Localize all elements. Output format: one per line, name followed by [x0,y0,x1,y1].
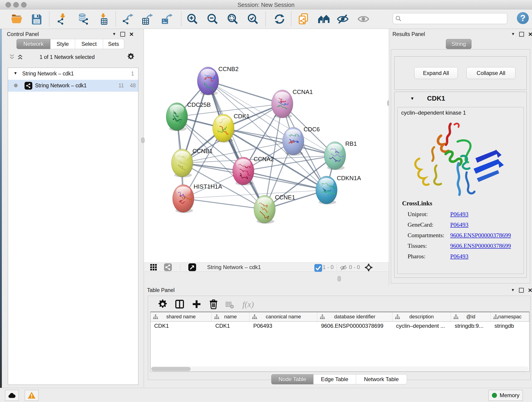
expand-all-networks-icon[interactable] [17,54,23,60]
string-results-container: Expand All Collapse All ▼ CDK1 cyclin–de… [391,49,530,283]
table-cell[interactable]: CDK1 [151,322,212,330]
collapse-all-networks-icon[interactable] [9,54,15,60]
network-view-title: String Network – cdk1 [207,264,261,270]
tab-style[interactable]: Style [51,39,75,49]
scrollbar-thumb[interactable] [151,367,191,371]
network-collection-row[interactable]: ▼ String Network – cdk1 1 [8,68,138,80]
panel-float-icon[interactable] [120,32,125,37]
tab-network[interactable]: Network [17,39,51,49]
gene-collapse-caret-icon[interactable]: ▼ [410,96,414,101]
zoom-out-button[interactable] [206,13,219,26]
zoom-fit-icon [227,13,239,25]
network-row-selected[interactable]: String Network – cdk1 11 48 [8,80,138,92]
tab-network-table[interactable]: Network Table [356,374,407,384]
network-canvas[interactable]: CCNB2CCNA1CDC25BCDK1CDC6RB1CCNB1CCNA2CDK… [144,29,389,262]
network-node-RB1[interactable]: RB1 [324,140,357,170]
network-node-HIST1H1A[interactable]: HIST1H1A [172,183,222,213]
memory-button[interactable]: Memory [488,390,523,401]
network-share-icon[interactable] [164,263,172,271]
table-horizontal-scrollbar[interactable] [151,366,529,371]
export-network-button[interactable] [121,13,134,26]
network-node-CCNA2[interactable]: CCNA2 [233,156,274,185]
first-neighbors-button[interactable] [317,13,331,26]
column-header--id[interactable]: @id [451,312,491,321]
search-input[interactable] [404,15,505,22]
save-session-button[interactable] [30,13,43,26]
show-columns-icon[interactable] [175,299,185,309]
crosslink-link[interactable]: 9606.ENSP00000378699 [450,232,511,239]
column-header-database-identifier[interactable]: database identifier [317,312,393,321]
clone-network-button[interactable] [297,13,310,26]
panel-menu-icon[interactable]: ▼ [511,288,515,293]
hide-selected-button[interactable] [336,13,349,26]
import-table-button[interactable] [97,13,110,26]
table-cell[interactable]: P06493 [249,322,317,330]
network-node-CCNB1[interactable]: CCNB1 [171,148,213,177]
tab-sets[interactable]: Sets [103,39,124,49]
gene-header-row[interactable]: ▼ CDK1 [394,92,526,107]
delete-column-trash-icon[interactable] [209,299,219,309]
column-header-description[interactable]: description [393,312,451,321]
tab-edge-table[interactable]: Edge Table [313,374,356,384]
table-cell[interactable]: CDK1 [212,322,250,330]
export-network-icon [122,13,134,25]
open-file-button[interactable] [11,13,23,26]
table-cell[interactable]: 9606.ENSP00000378699 [317,322,393,330]
network-node-CDK1[interactable]: CDK1 [213,113,249,143]
horizontal-splitter[interactable] [144,272,389,285]
network-node-CCNE1[interactable]: CCNE1 [254,194,295,224]
table-cell[interactable]: stringdb [491,322,529,330]
network-node-CDC6[interactable]: CDC6 [283,126,320,156]
help-button[interactable]: ? [517,12,529,24]
crosslink-link[interactable]: 9606.ENSP00000378699 [450,242,511,249]
column-header-canonical-name[interactable]: canonical name [249,312,317,321]
cloud-status-button[interactable] [5,390,19,401]
export-table-button[interactable] [141,13,153,26]
table-options-gear-icon[interactable] [158,299,168,309]
warnings-button[interactable] [25,390,38,401]
table-cell[interactable]: cyclin–dependent ... [393,322,451,330]
window-title: Session: New Session [0,2,532,8]
panel-menu-icon[interactable]: ▼ [112,32,116,36]
panel-close-icon[interactable]: ✕ [528,32,532,36]
crosslink-link[interactable]: P06493 [450,221,468,228]
zoom-in-button[interactable] [186,13,199,26]
import-network-from-database-button[interactable] [76,13,90,26]
network-options-gear-icon[interactable] [127,53,135,61]
panel-float-icon[interactable] [519,288,524,293]
table-row[interactable]: CDK1CDK1P064939606.ENSP00000378699cyclin… [151,322,529,330]
tab-node-table[interactable]: Node Table [271,374,313,384]
tab-select[interactable]: Select [75,39,103,49]
network-node-CDKN1A[interactable]: CDKN1A [316,175,361,204]
zoom-selected-button[interactable] [247,13,259,26]
splitter-grip[interactable] [337,276,341,281]
export-image-button[interactable] [160,13,173,26]
hidden-eye-slash-icon[interactable] [340,264,347,271]
birds-eye-grid-icon[interactable] [150,263,157,271]
table-cell[interactable]: stringdb:9... [451,322,491,330]
tree-expand-caret-icon[interactable]: ▼ [13,71,17,76]
network-graph[interactable]: CCNB2CCNA1CDC25BCDK1CDC6RB1CCNB1CCNA2CDK… [144,29,389,262]
zoom-fit-button[interactable] [226,13,239,26]
left-splitter-grip[interactable] [141,138,145,143]
tab-string[interactable]: String [446,39,472,49]
show-all-button[interactable] [357,13,370,26]
fit-selected-crosshair-icon[interactable] [364,263,373,272]
crosslink-link[interactable]: P06493 [450,211,468,218]
selected-checkbox-icon[interactable] [314,264,321,270]
crosslink-link[interactable]: P06493 [450,253,468,260]
column-header-name[interactable]: name [212,312,250,321]
expand-all-button[interactable]: Expand All [414,67,458,79]
import-network-button[interactable] [56,13,69,26]
apply-style-button[interactable] [273,13,286,26]
panel-close-icon[interactable]: ✕ [528,288,532,292]
panel-close-icon[interactable]: ✕ [129,32,134,36]
network-node-CCNB2[interactable]: CCNB2 [197,65,239,95]
open-in-window-icon[interactable] [188,263,196,271]
column-header-shared-name[interactable]: shared name [151,312,212,321]
column-header-namespac[interactable]: namespac [491,312,529,321]
add-column-icon[interactable] [191,299,202,309]
panel-float-icon[interactable] [519,32,524,37]
panel-menu-icon[interactable]: ▼ [511,32,515,36]
collapse-all-button[interactable]: Collapse All [467,67,515,79]
